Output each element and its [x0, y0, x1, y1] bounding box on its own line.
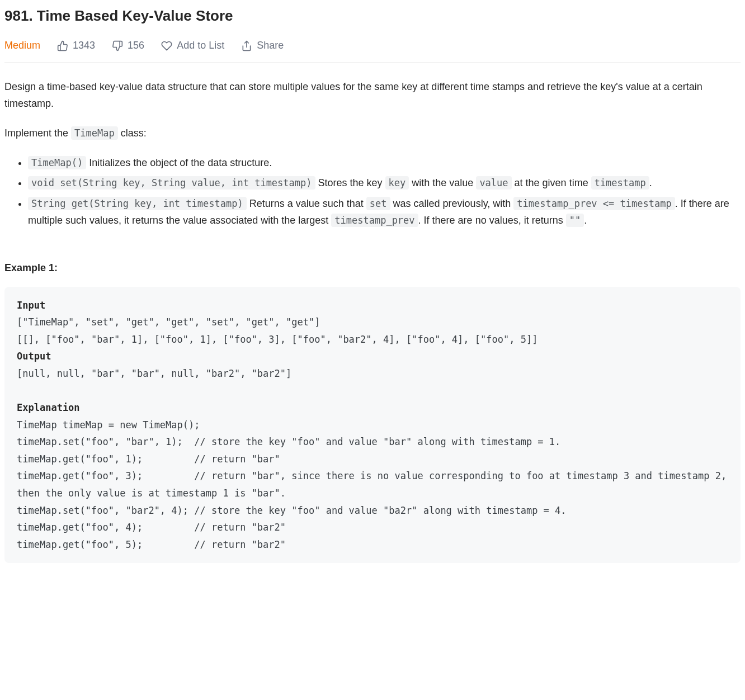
thumbs-down-icon — [112, 40, 123, 51]
list-item: TimeMap() Initializes the object of the … — [28, 154, 741, 172]
code-inline: void set(String key, String value, int t… — [28, 176, 315, 190]
share-button[interactable]: Share — [241, 37, 284, 54]
meta-row: Medium 1343 156 Add to List Share — [4, 37, 741, 63]
like-button[interactable]: 1343 — [57, 37, 95, 54]
code-inline: TimeMap — [71, 126, 118, 140]
heart-icon — [161, 40, 172, 51]
code-line: ["TimeMap", "set", "get", "get", "set", … — [17, 316, 320, 328]
code-line: timeMap.set("foo", "bar2", 4); // store … — [17, 505, 567, 516]
code-line: timeMap.get("foo", 4); // return "bar2" — [17, 522, 286, 533]
dislike-button[interactable]: 156 — [112, 37, 144, 54]
code-inline: timestamp_prev <= timestamp — [513, 197, 675, 210]
code-line: timeMap.get("foo", 5); // return "bar2" — [17, 539, 286, 550]
code-line: [null, null, "bar", "bar", null, "bar2",… — [17, 368, 291, 379]
api-list: TimeMap() Initializes the object of the … — [4, 154, 741, 229]
difficulty-badge: Medium — [4, 37, 40, 54]
code-inline: String get(String key, int timestamp) — [28, 197, 247, 210]
code-inline: timestamp — [591, 176, 649, 190]
code-inline: "" — [566, 214, 584, 227]
list-item: String get(String key, int timestamp) Re… — [28, 195, 741, 229]
code-inline: timestamp_prev — [331, 214, 418, 227]
add-to-list-label: Add to List — [177, 37, 224, 54]
code-line: timeMap.set("foo", "bar", 1); // store t… — [17, 436, 560, 447]
thumbs-up-icon — [57, 40, 68, 51]
code-inline: key — [385, 176, 409, 190]
problem-title: 981. Time Based Key-Value Store — [4, 3, 741, 28]
code-inline: set — [366, 197, 390, 210]
code-inline: value — [476, 176, 511, 190]
list-item: void set(String key, String value, int t… — [28, 174, 741, 192]
code-line: [[], ["foo", "bar", 1], ["foo", 1], ["fo… — [17, 334, 537, 345]
share-label: Share — [257, 37, 284, 54]
problem-description: Design a time-based key-value data struc… — [4, 78, 741, 229]
problem-content: 981. Time Based Key-Value Store Medium 1… — [4, 3, 741, 563]
description-paragraph: Implement the TimeMap class: — [4, 125, 741, 142]
code-inline: TimeMap() — [28, 156, 86, 169]
add-to-list-button[interactable]: Add to List — [161, 37, 224, 54]
dislikes-count: 156 — [128, 37, 144, 54]
description-paragraph: Design a time-based key-value data struc… — [4, 78, 741, 112]
share-icon — [241, 40, 252, 51]
code-line: timeMap.get("foo", 3); // return "bar", … — [17, 470, 732, 499]
code-line: timeMap.get("foo", 1); // return "bar" — [17, 453, 280, 465]
example-codeblock: Input ["TimeMap", "set", "get", "get", "… — [4, 287, 741, 564]
example-label: Example 1: — [4, 259, 741, 277]
input-label: Input — [17, 300, 45, 311]
code-line: TimeMap timeMap = new TimeMap(); — [17, 419, 200, 431]
likes-count: 1343 — [73, 37, 95, 54]
explanation-label: Explanation — [17, 402, 80, 413]
output-label: Output — [17, 351, 51, 362]
